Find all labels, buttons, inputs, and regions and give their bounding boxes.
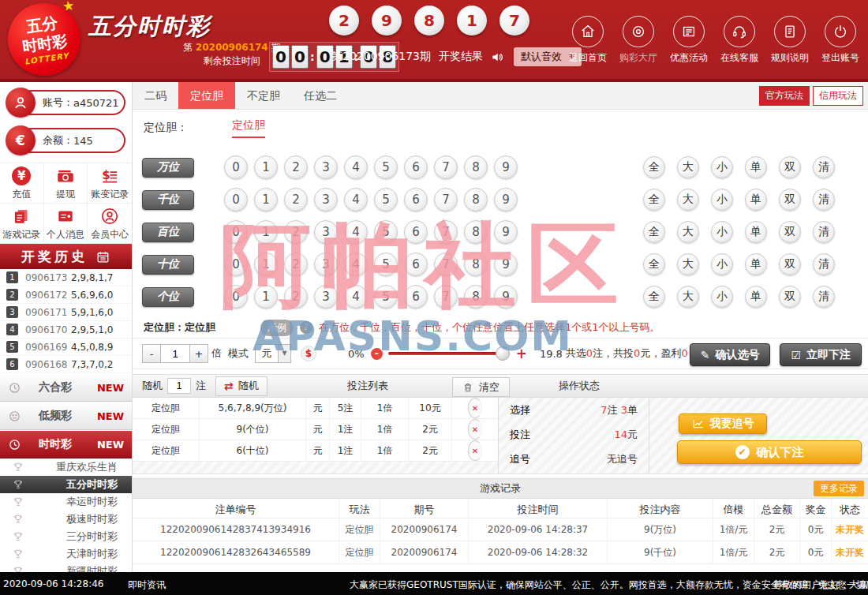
number-ball[interactable]: 1: [254, 188, 278, 211]
tab-budingdan[interactable]: 不定胆: [235, 82, 292, 109]
number-ball[interactable]: 7: [434, 253, 458, 276]
delete-bet-icon[interactable]: ✕: [468, 398, 482, 418]
quick-button[interactable]: 单: [745, 253, 767, 275]
quick-button[interactable]: 大: [677, 286, 699, 308]
number-ball[interactable]: 9: [494, 220, 518, 244]
quick-button[interactable]: 双: [779, 156, 801, 178]
nav-lottery-hall[interactable]: 购彩大厅: [617, 16, 660, 65]
subnav-link[interactable]: 定位胆: [232, 118, 265, 138]
quick-button[interactable]: 大: [677, 189, 699, 211]
tab-renxuaner[interactable]: 任选二: [292, 82, 349, 109]
number-ball[interactable]: 2: [284, 253, 308, 276]
category-dipincai[interactable]: 低频彩 NEW: [0, 402, 132, 430]
quick-button[interactable]: 全: [643, 286, 665, 308]
shortcut-game-records[interactable]: 游戏记录: [0, 204, 44, 244]
number-ball[interactable]: 0: [224, 220, 248, 244]
number-ball[interactable]: 8: [464, 285, 488, 309]
quick-button[interactable]: 全: [643, 253, 665, 275]
confirm-pick-button[interactable]: ✎确认选号: [690, 343, 771, 366]
shortcut-withdraw[interactable]: 提现: [44, 163, 88, 204]
quick-button[interactable]: 单: [745, 286, 767, 308]
quick-button[interactable]: 清: [813, 189, 835, 211]
calendar-icon[interactable]: [95, 249, 110, 264]
nav-home[interactable]: 返回首页: [567, 16, 609, 65]
number-ball[interactable]: 1: [254, 253, 278, 276]
number-ball[interactable]: 5: [374, 188, 398, 211]
number-ball[interactable]: 7: [434, 220, 458, 244]
number-ball[interactable]: 6: [404, 220, 428, 244]
official-mode-button[interactable]: 官方玩法: [759, 86, 810, 106]
mode-select[interactable]: 元 ▼: [255, 344, 291, 363]
number-ball[interactable]: 8: [464, 220, 488, 244]
number-ball[interactable]: 2: [284, 155, 308, 179]
number-ball[interactable]: 5: [374, 253, 398, 276]
quick-button[interactable]: 双: [779, 221, 801, 243]
number-ball[interactable]: 4: [344, 155, 368, 179]
category-liuhecai[interactable]: 六合彩 NEW: [0, 373, 132, 402]
quick-button[interactable]: 小: [711, 253, 733, 275]
position-label[interactable]: 个位: [142, 287, 194, 307]
trace-number-button[interactable]: 我要追号: [679, 414, 767, 434]
number-ball[interactable]: 4: [344, 253, 368, 276]
delete-bet-icon[interactable]: ✕: [468, 440, 482, 461]
clear-button[interactable]: 清空: [452, 377, 510, 397]
number-ball[interactable]: 6: [404, 285, 428, 309]
quick-button[interactable]: 单: [745, 221, 767, 243]
quick-button[interactable]: 小: [711, 156, 733, 178]
number-ball[interactable]: 0: [224, 155, 248, 179]
quick-button[interactable]: 双: [779, 189, 801, 211]
help-icon[interactable]: ?: [300, 321, 312, 334]
number-ball[interactable]: 2: [284, 220, 308, 244]
slider-plus-button[interactable]: +: [516, 346, 527, 361]
number-ball[interactable]: 3: [314, 220, 338, 244]
shortcut-account-log[interactable]: $ 账变记录: [88, 163, 132, 204]
quick-button[interactable]: 小: [711, 189, 733, 211]
shortcut-recharge[interactable]: ¥ 充值: [0, 163, 44, 204]
quick-button[interactable]: 清: [813, 253, 835, 275]
number-ball[interactable]: 3: [314, 188, 338, 211]
number-ball[interactable]: 1: [254, 155, 278, 179]
nav-rules[interactable]: 规则说明: [769, 16, 811, 65]
nav-promotions[interactable]: 优惠活动: [668, 16, 710, 65]
delete-bet-icon[interactable]: ✕: [468, 419, 482, 440]
number-ball[interactable]: 2: [284, 285, 308, 309]
number-ball[interactable]: 6: [404, 188, 428, 211]
quick-button[interactable]: 单: [745, 156, 767, 178]
tab-erma[interactable]: 二码: [133, 82, 178, 109]
number-ball[interactable]: 7: [434, 285, 458, 309]
game-item[interactable]: 重庆欢乐生肖: [0, 458, 132, 476]
number-ball[interactable]: 6: [404, 253, 428, 276]
quick-button[interactable]: 清: [813, 156, 835, 178]
position-label[interactable]: 千位: [142, 190, 194, 210]
game-item[interactable]: 三分时时彩: [0, 528, 132, 545]
multiplier-minus-button[interactable]: -: [142, 344, 161, 363]
quick-button[interactable]: 大: [677, 253, 699, 275]
multiplier-input[interactable]: [161, 344, 189, 363]
number-ball[interactable]: 7: [434, 188, 458, 211]
credit-mode-button[interactable]: 信用玩法: [813, 86, 863, 106]
number-ball[interactable]: 4: [344, 285, 368, 309]
quick-button[interactable]: 全: [643, 156, 665, 178]
quick-button[interactable]: 全: [643, 221, 665, 243]
quick-button[interactable]: 小: [711, 221, 733, 243]
percent-slider[interactable]: [388, 352, 507, 355]
game-item[interactable]: 天津时时彩: [0, 545, 132, 563]
nav-logout[interactable]: 登出账号: [819, 16, 862, 65]
quick-button[interactable]: 大: [677, 221, 699, 243]
position-label[interactable]: 万位: [142, 158, 194, 178]
bet-now-button[interactable]: ☑立即下注: [780, 343, 862, 366]
number-ball[interactable]: 5: [374, 285, 398, 309]
number-ball[interactable]: 9: [494, 155, 518, 179]
shortcut-messages[interactable]: 个人消息: [44, 204, 88, 244]
tab-dingweidan[interactable]: 定位胆: [178, 82, 235, 109]
position-label[interactable]: 百位: [142, 223, 194, 242]
quick-button[interactable]: 双: [779, 286, 801, 308]
quick-button[interactable]: 双: [779, 253, 801, 275]
game-item[interactable]: 幸运时时彩: [0, 493, 132, 511]
number-ball[interactable]: 6: [404, 155, 428, 179]
number-ball[interactable]: 0: [224, 188, 248, 211]
number-ball[interactable]: 8: [464, 155, 488, 179]
game-item-active[interactable]: 五分时时彩: [0, 476, 132, 493]
random-count-input[interactable]: [167, 378, 191, 394]
number-ball[interactable]: 7: [434, 155, 458, 179]
